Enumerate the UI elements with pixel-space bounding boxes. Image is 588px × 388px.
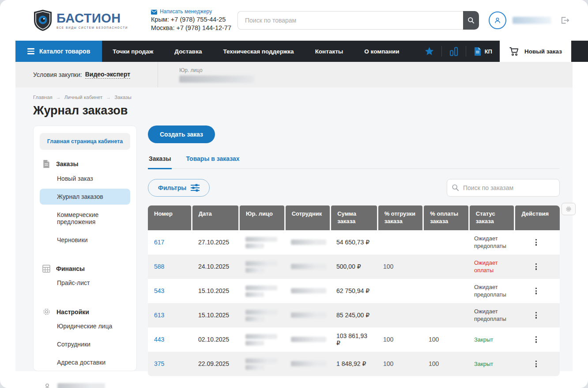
column-header: % оплаты заказа xyxy=(424,205,468,230)
row-actions-menu[interactable] xyxy=(532,286,540,296)
calculator-icon xyxy=(42,265,50,273)
breadcrumb-arrow-icon: → xyxy=(56,95,61,100)
hamburger-icon xyxy=(27,48,34,54)
logo-title: БАСТИОН xyxy=(57,12,128,25)
divider xyxy=(158,62,158,87)
orders-table: НомерДатаЮр. лицоСотрудникСумма заказа% … xyxy=(148,205,560,376)
order-date: 27.10.2025 xyxy=(192,235,239,249)
gear-icon xyxy=(565,206,572,212)
nav-link-delivery[interactable]: Доставка xyxy=(164,41,212,62)
order-date: 15.10.2025 xyxy=(192,284,239,298)
order-number-link[interactable]: 543 xyxy=(154,287,164,294)
kp-button[interactable]: КП xyxy=(466,41,500,62)
row-actions-menu[interactable] xyxy=(532,359,540,369)
sidebar-item-drafts[interactable]: Черновики xyxy=(40,232,130,248)
breadcrumb-account[interactable]: Личный кабинет xyxy=(64,95,103,100)
legal-entity-redacted xyxy=(179,76,254,83)
column-settings-button[interactable] xyxy=(562,203,576,215)
sliders-icon xyxy=(191,184,200,192)
row-actions-menu[interactable] xyxy=(532,262,540,272)
column-header: Сумма заказа xyxy=(331,205,377,230)
orders-toolbar: Фильтры xyxy=(148,179,560,197)
product-search-input[interactable] xyxy=(237,11,463,30)
product-search-button[interactable] xyxy=(463,11,479,30)
logo[interactable]: БАСТИОН ВСЕ ВИДЫ СИСТЕМ БЕЗОПАСНОСТИ xyxy=(33,9,128,31)
sidebar-item-employees[interactable]: Сотрудники xyxy=(40,336,130,352)
table-row: 37522.09.20251 848,92 ₽100100Закрыт xyxy=(148,352,560,376)
order-org-redacted xyxy=(239,305,285,325)
purchase-conditions-bar: Условия закупки: Видео-эксперт Юр. лицо xyxy=(15,62,573,87)
sidebar-user-name-redacted xyxy=(57,383,105,388)
order-number-link[interactable]: 617 xyxy=(154,239,164,246)
order-number-link[interactable]: 375 xyxy=(154,360,164,367)
column-header: Дата xyxy=(192,205,238,230)
favorites-button[interactable] xyxy=(417,41,441,62)
sidebar-item-price-list[interactable]: Прайс-лист xyxy=(40,275,130,291)
order-pay-pct xyxy=(422,287,468,294)
tab-products-in-orders[interactable]: Товары в заказах xyxy=(185,155,240,168)
order-number-link[interactable]: 588 xyxy=(154,263,164,270)
order-number-link[interactable]: 443 xyxy=(154,336,164,343)
breadcrumb-arrow-icon: → xyxy=(106,95,111,100)
new-order-button[interactable]: Новый заказ xyxy=(500,41,571,62)
compare-button[interactable] xyxy=(442,41,466,62)
envelope-icon xyxy=(151,10,157,15)
table-row: 54315.10.202562 750,94 ₽Ожидает предопла… xyxy=(148,279,560,303)
nav-link-support[interactable]: Техническая поддержка xyxy=(212,41,304,62)
filters-button[interactable]: Фильтры xyxy=(148,179,210,197)
row-actions-menu[interactable] xyxy=(532,335,540,345)
legal-entity-block[interactable]: Юр. лицо xyxy=(179,67,254,83)
sidebar-item-delivery-addresses[interactable]: Адреса доставки xyxy=(40,354,130,370)
nav-link-contacts[interactable]: Контакты xyxy=(305,41,354,62)
purchase-conditions-value[interactable]: Видео-эксперт xyxy=(85,71,130,79)
table-row: 58824.10.2025500,00 ₽100Ожидает оплаты xyxy=(148,255,560,279)
legal-entity-label: Юр. лицо xyxy=(179,67,254,73)
order-pay-pct xyxy=(422,263,468,270)
row-actions-menu[interactable] xyxy=(532,237,540,247)
order-status: Ожидает предоплаты xyxy=(474,284,506,298)
nav-link-about[interactable]: О компании xyxy=(354,41,410,62)
order-ship-pct xyxy=(377,312,422,319)
order-number-link[interactable]: 613 xyxy=(154,312,164,319)
phone-moscow: Москва: +7 (978) 144-12-77 xyxy=(151,24,231,32)
order-employee-redacted xyxy=(285,285,330,297)
star-icon xyxy=(425,47,434,56)
column-header: % отгрузки заказа xyxy=(378,205,423,230)
main-navbar: Каталог товаров Точки продаж Доставка Те… xyxy=(15,41,588,62)
table-body: 61727.10.202554 650,73 ₽Ожидает предопла… xyxy=(148,230,560,376)
sidebar-item-cabinet-home[interactable]: Главная страница кабинета xyxy=(40,133,130,150)
write-manager-link[interactable]: Написать менеджеру xyxy=(151,8,231,15)
breadcrumb-home[interactable]: Главная xyxy=(33,95,53,100)
sidebar-item-legal-entities[interactable]: Юридические лица xyxy=(40,318,130,334)
row-actions-menu[interactable] xyxy=(532,310,540,320)
bar-chart-icon xyxy=(449,47,458,56)
order-ship-pct: 100 xyxy=(377,259,422,274)
sidebar-item-commercial-offers[interactable]: Коммерческие предложения xyxy=(40,207,130,230)
order-sum: 103 861,93 ₽ xyxy=(330,329,377,350)
search-icon xyxy=(452,184,459,191)
content-area: Главная → Личный кабинет → Заказы Журнал… xyxy=(15,87,573,371)
table-row: 61727.10.202554 650,73 ₽Ожидает предопла… xyxy=(148,230,560,255)
order-employee-redacted xyxy=(285,260,330,273)
sidebar-user[interactable] xyxy=(40,377,130,388)
sidebar-item-new-order[interactable]: Новый заказ xyxy=(40,171,130,186)
column-header: Юр. лицо xyxy=(240,205,284,230)
sidebar-item-orders-journal[interactable]: Журнал заказов xyxy=(40,189,130,205)
table-row: 61315.10.202585 245,00 ₽Ожидает предопла… xyxy=(148,303,560,327)
tab-orders[interactable]: Заказы xyxy=(148,155,172,169)
table-row: 44302.10.2025103 861,93 ₽100100Закрыт xyxy=(148,327,560,352)
order-pay-pct xyxy=(422,312,468,319)
logout-icon xyxy=(560,16,569,25)
nav-link-sales-points[interactable]: Точки продаж xyxy=(102,41,164,62)
account-sidebar: Главная страница кабинета Заказы Новый з… xyxy=(33,126,137,371)
orders-search-input[interactable] xyxy=(447,179,560,197)
order-status: Закрыт xyxy=(474,336,493,343)
logout-button[interactable] xyxy=(560,16,569,25)
user-avatar[interactable] xyxy=(489,11,506,29)
order-date: 22.09.2025 xyxy=(192,357,239,371)
table-header-row: НомерДатаЮр. лицоСотрудникСумма заказа% … xyxy=(148,205,560,230)
catalog-button[interactable]: Каталог товаров xyxy=(15,41,102,62)
logo-tagline: ВСЕ ВИДЫ СИСТЕМ БЕЗОПАСНОСТИ xyxy=(57,26,128,29)
create-order-button[interactable]: Создать заказ xyxy=(148,126,215,143)
search-icon xyxy=(467,17,475,24)
